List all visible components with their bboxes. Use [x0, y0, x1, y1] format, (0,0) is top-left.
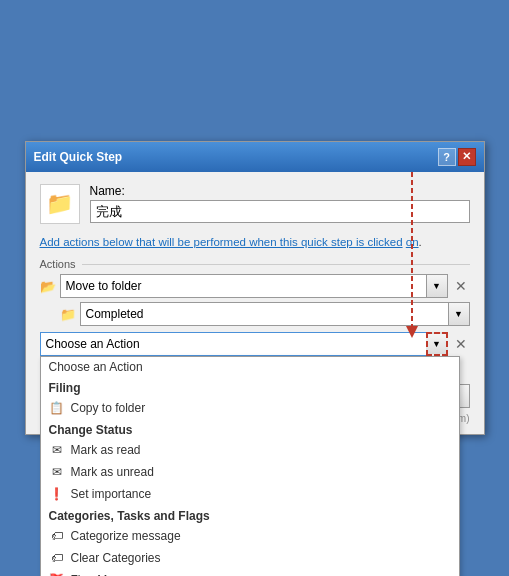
action1-remove-btn[interactable]: ✕ — [452, 277, 470, 295]
action2-icon: 📁 — [60, 307, 76, 322]
action1-dropdown-btn[interactable]: ▼ — [426, 274, 448, 298]
menu-item-set-importance[interactable]: ❗ Set importance — [41, 483, 459, 505]
close-button[interactable]: ✕ — [458, 148, 476, 166]
name-label: Name: — [90, 184, 470, 198]
categorize-icon: 🏷 — [49, 528, 65, 544]
dropdown-menu: Choose an Action Filing 📋 Copy to folder… — [40, 356, 460, 576]
importance-icon: ❗ — [49, 486, 65, 502]
choose-action-select[interactable]: Choose an Action — [40, 332, 427, 356]
action1-select[interactable]: Move to folder — [60, 274, 427, 298]
menu-item-mark-as-read[interactable]: ✉ Mark as read — [41, 439, 459, 461]
action2-dropdown-btn[interactable]: ▼ — [448, 302, 470, 326]
menu-item-categorize[interactable]: 🏷 Categorize message — [41, 525, 459, 547]
dialog-title: Edit Quick Step — [34, 150, 123, 164]
name-input[interactable] — [90, 200, 470, 223]
action-row-2: 📁 Completed ▼ — [60, 302, 470, 326]
name-section: Name: — [90, 184, 470, 223]
description-text: Add actions below that will be performed… — [40, 234, 470, 250]
mark-unread-icon: ✉ — [49, 464, 65, 480]
mark-read-icon: ✉ — [49, 442, 65, 458]
quick-step-icon: 📁 — [40, 184, 80, 224]
actions-label: Actions — [40, 258, 470, 270]
action-row-1: 📂 Move to folder ▼ ✕ — [40, 274, 470, 298]
title-bar-controls: ? ✕ — [438, 148, 476, 166]
dropdown-menu-inner: Choose an Action Filing 📋 Copy to folder… — [41, 357, 459, 576]
dialog-body: 📁 Name: Add actions below that will be p… — [26, 172, 484, 368]
title-bar: Edit Quick Step ? ✕ — [26, 142, 484, 172]
copy-folder-icon: 📋 — [49, 400, 65, 416]
action2-select[interactable]: Completed — [80, 302, 449, 326]
menu-item-clear-categories[interactable]: 🏷 Clear Categories — [41, 547, 459, 569]
choose-action-row: Choose an Action ▼ ✕ — [40, 332, 470, 356]
description-link[interactable]: on — [406, 236, 419, 248]
choose-action-container: Choose an Action ▼ ✕ Choose an Action Fi… — [40, 332, 470, 356]
help-button[interactable]: ? — [438, 148, 456, 166]
choose-action-dropdown-btn[interactable]: ▼ — [426, 332, 448, 356]
action1-icon: 📂 — [40, 279, 56, 294]
menu-group-change-status: Change Status — [41, 419, 459, 439]
clear-categories-icon: 🏷 — [49, 550, 65, 566]
name-row: 📁 Name: — [40, 184, 470, 224]
menu-header-choose[interactable]: Choose an Action — [41, 357, 459, 377]
edit-quick-step-dialog: Edit Quick Step ? ✕ 📁 Name: Add actions … — [25, 141, 485, 435]
menu-item-mark-as-unread[interactable]: ✉ Mark as unread — [41, 461, 459, 483]
choose-action-remove-btn[interactable]: ✕ — [452, 335, 470, 353]
menu-group-filing: Filing — [41, 377, 459, 397]
menu-item-flag-message[interactable]: 🚩 Flag Message — [41, 569, 459, 576]
flag-icon: 🚩 — [49, 572, 65, 576]
menu-item-copy-to-folder[interactable]: 📋 Copy to folder — [41, 397, 459, 419]
menu-group-categories: Categories, Tasks and Flags — [41, 505, 459, 525]
